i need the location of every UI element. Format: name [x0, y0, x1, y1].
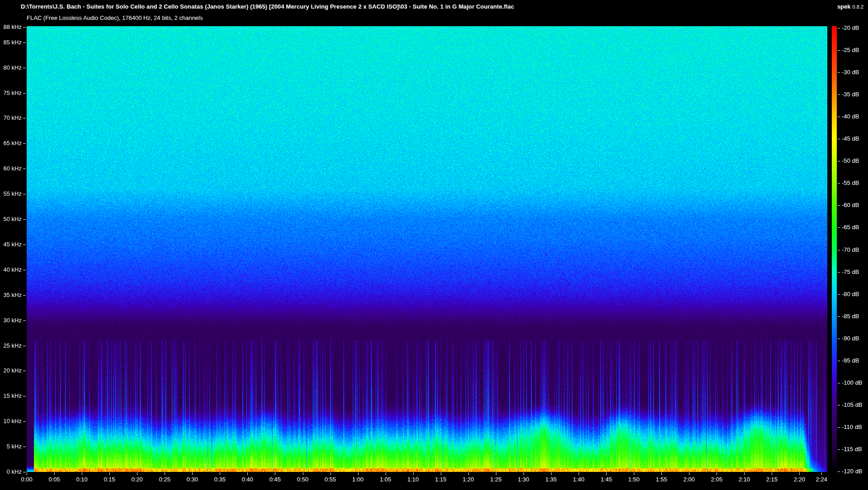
freq-tick-label: 15 kHz: [1, 392, 22, 399]
time-tick-label: 2:24: [811, 476, 831, 483]
app-brand: spek0.8.2: [837, 3, 863, 10]
time-tick-mark: [634, 472, 634, 475]
time-tick-mark: [220, 472, 220, 475]
freq-tick-mark: [23, 42, 26, 43]
time-tick-label: 1:45: [596, 476, 616, 483]
time-tick-label: 0:15: [99, 476, 119, 483]
time-tick-mark: [27, 472, 27, 475]
db-tick-label: -120 dB: [842, 468, 863, 475]
time-tick-label: 2:20: [789, 476, 809, 483]
time-tick-label: 0:20: [127, 476, 147, 483]
db-tick-label: -65 dB: [842, 224, 859, 231]
time-tick-label: 1:50: [624, 476, 644, 483]
db-tick-mark: [838, 339, 840, 339]
freq-tick-mark: [23, 68, 26, 68]
time-tick-label: 1:05: [376, 476, 396, 483]
db-tick-label: -20 dB: [842, 24, 859, 31]
freq-tick-label: 55 kHz: [1, 190, 22, 197]
freq-tick-mark: [23, 118, 26, 118]
time-tick-label: 1:35: [541, 476, 561, 483]
time-tick-label: 0:05: [44, 476, 64, 483]
freq-tick-label: 50 kHz: [1, 216, 22, 222]
time-tick-mark: [717, 472, 717, 475]
time-tick-label: 2:05: [707, 476, 726, 483]
db-tick-label: -85 dB: [842, 313, 859, 320]
freq-tick-label: 80 kHz: [1, 64, 22, 71]
freq-tick-label: 10 kHz: [1, 418, 22, 424]
time-tick-mark: [275, 472, 275, 475]
freq-tick-label: 20 kHz: [1, 367, 22, 374]
freq-tick-label: 88 kHz: [1, 24, 22, 30]
time-tick-mark: [606, 472, 607, 475]
time-tick-label: 0:30: [182, 476, 202, 483]
file-path-title: D:\Torrents\J.S. Bach - Suites for Solo …: [21, 3, 514, 10]
time-tick-label: 1:30: [514, 476, 533, 483]
time-tick-label: 1:00: [348, 476, 368, 483]
freq-tick-mark: [23, 143, 26, 144]
db-tick-mark: [838, 383, 840, 383]
time-tick-mark: [358, 472, 359, 475]
db-tick-mark: [838, 449, 840, 450]
freq-tick-label: 45 kHz: [1, 241, 22, 248]
time-tick-mark: [524, 472, 524, 475]
db-tick-mark: [838, 161, 840, 161]
freq-tick-label: 70 kHz: [1, 114, 22, 121]
db-tick-mark: [838, 50, 840, 51]
db-tick-label: -110 dB: [842, 424, 862, 430]
db-tick-mark: [838, 272, 840, 273]
time-tick-label: 0:40: [237, 476, 257, 483]
freq-tick-mark: [23, 270, 26, 270]
db-tick-label: -35 dB: [842, 91, 859, 98]
db-tick-mark: [838, 316, 840, 317]
db-tick-label: -50 dB: [842, 157, 859, 164]
db-tick-label: -80 dB: [842, 291, 859, 297]
time-tick-label: 0:00: [17, 476, 37, 483]
app-version: 0.8.2: [853, 4, 863, 9]
time-tick-label: 2:10: [734, 476, 754, 483]
time-tick-label: 2:15: [762, 476, 782, 483]
spek-window: D:\Torrents\J.S. Bach - Suites for Solo …: [0, 0, 868, 490]
db-tick-label: -55 dB: [842, 179, 859, 186]
freq-tick-mark: [23, 346, 26, 346]
freq-tick-mark: [23, 27, 26, 28]
db-tick-mark: [838, 94, 840, 95]
db-tick-label: -105 dB: [842, 401, 863, 408]
db-tick-mark: [838, 72, 840, 73]
freq-tick-label: 25 kHz: [1, 342, 22, 349]
time-tick-mark: [468, 472, 469, 475]
time-tick-mark: [109, 472, 110, 475]
time-tick-mark: [137, 472, 137, 475]
time-tick-mark: [799, 472, 800, 475]
db-tick-mark: [838, 227, 840, 228]
time-tick-label: 0:50: [293, 476, 313, 483]
freq-tick-label: 0 kHz: [1, 468, 22, 475]
time-tick-label: 0:55: [321, 476, 340, 483]
time-tick-mark: [386, 472, 386, 475]
time-tick-label: 2:00: [679, 476, 699, 483]
time-tick-mark: [744, 472, 745, 475]
time-tick-mark: [689, 472, 689, 475]
db-tick-label: -30 dB: [842, 69, 859, 75]
db-tick-mark: [838, 294, 840, 295]
time-tick-mark: [821, 472, 822, 475]
freq-tick-label: 30 kHz: [1, 317, 22, 324]
db-tick-mark: [838, 28, 840, 28]
time-tick-label: 0:10: [72, 476, 92, 483]
db-tick-mark: [838, 361, 840, 361]
db-tick-mark: [838, 139, 840, 139]
freq-tick-label: 85 kHz: [1, 39, 22, 46]
freq-tick-label: 5 kHz: [1, 443, 22, 450]
app-name: spek: [837, 3, 851, 10]
freq-tick-mark: [23, 421, 26, 422]
db-tick-label: -90 dB: [842, 335, 859, 342]
freq-tick-label: 60 kHz: [1, 165, 22, 172]
freq-tick-label: 40 kHz: [1, 266, 22, 273]
freq-tick-mark: [23, 295, 26, 296]
time-tick-mark: [303, 472, 303, 475]
spectrogram-plot: [27, 26, 827, 472]
time-tick-mark: [192, 472, 193, 475]
time-tick-mark: [441, 472, 441, 475]
freq-tick-mark: [23, 396, 26, 396]
db-tick-mark: [838, 405, 840, 405]
time-tick-mark: [82, 472, 82, 475]
